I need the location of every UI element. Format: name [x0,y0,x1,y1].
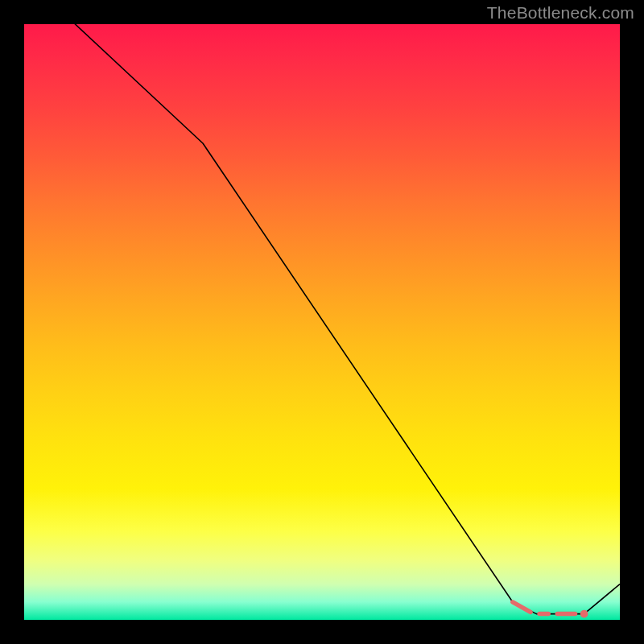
marker-group [513,602,588,618]
watermark-text: TheBottleneck.com [487,3,634,23]
plot-area [24,24,620,620]
chart-frame: TheBottleneck.com [0,0,644,644]
curve-line [24,0,620,614]
chart-svg [24,24,620,620]
marker-segment [513,602,530,613]
marker-dot [580,610,588,618]
